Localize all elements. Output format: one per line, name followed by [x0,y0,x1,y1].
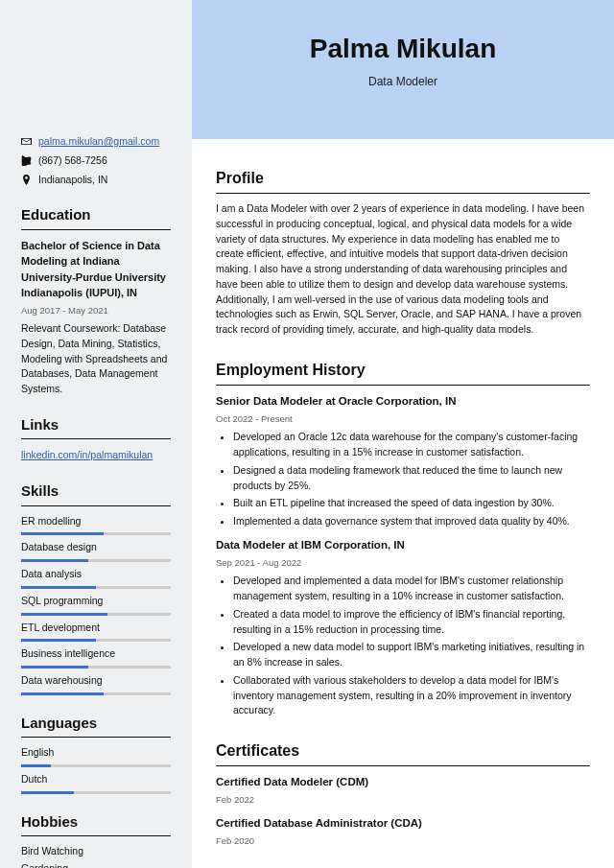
certificate-dates: Feb 2020 [216,834,590,848]
skill-bar-fill [21,532,104,535]
certificate-dates: Feb 2022 [216,793,590,807]
job-bullet: Created a data model to improve the effi… [233,607,590,638]
person-name: Palma Mikulan [216,29,590,69]
job-bullet: Collaborated with various stakeholders t… [233,673,590,718]
employment-heading: Employment History [216,359,590,382]
education-dates: Aug 2017 - May 2021 [21,304,171,317]
skill-bar [21,586,171,589]
job-bullet: Developed a new data model to support IB… [233,640,590,670]
contact-location: Indianapolis, IN [38,173,107,188]
profile-heading: Profile [216,167,590,190]
divider [216,385,590,386]
skill-bar-fill [21,586,96,589]
skill-item: SQL programming [21,594,171,616]
skill-bar-fill [21,666,88,669]
skill-name: Data analysis [21,567,171,586]
envelope-icon [21,136,32,147]
profile-text: I am a Data Modeler with over 2 years of… [216,201,590,338]
divider [21,438,171,439]
languages-heading: Languages [21,713,171,735]
skill-item: Data analysis [21,567,171,589]
job-dates: Sep 2021 - Aug 2022 [216,556,590,570]
job-bullet: Designed a data modeling framework that … [233,463,590,494]
hobbies-heading: Hobbies [21,811,171,833]
external-link[interactable]: linkedin.com/in/palmamikulan [21,449,153,460]
skill-name: SQL programming [21,594,171,613]
skill-bar-fill [21,764,51,767]
contact-phone-row: (867) 568-7256 [21,153,171,169]
skill-bar [21,559,171,562]
skill-bar [21,639,171,642]
links-heading: Links [21,414,171,436]
contact-location-row: Indianapolis, IN [21,173,171,188]
hobby-item: Gardening [21,861,171,868]
divider [216,765,590,766]
divider [21,505,171,506]
job-bullet: Built an ETL pipeline that increased the… [233,496,590,511]
divider [21,835,171,836]
certificate-title: Certified Database Administrator (CDA) [216,815,590,832]
skill-bar-fill [21,639,96,642]
phone-icon [21,155,32,166]
job-title: Data Modeler at IBM Corporation, IN [216,537,590,553]
contact-email[interactable]: palma.mikulan@gmail.com [38,134,159,150]
main-content: Palma Mikulan Data Modeler Profile I am … [192,0,614,868]
skill-bar [21,764,171,767]
skill-name: English [21,745,171,764]
divider [216,193,590,194]
skill-item: ER modelling [21,514,171,536]
job-bullet: Developed and implemented a data model f… [233,574,590,604]
skill-name: Business intelligence [21,646,171,666]
sidebar: palma.mikulan@gmail.com (867) 568-7256 I… [0,0,192,868]
divider [21,737,171,738]
job-bullets: Developed and implemented a data model f… [233,574,590,718]
skill-name: Dutch [21,772,171,791]
skill-name: Database design [21,540,171,559]
skill-bar [21,791,171,794]
skill-name: Data warehousing [21,673,171,692]
job-dates: Oct 2022 - Present [216,412,590,426]
job-bullet: Implemented a data governance system tha… [233,514,590,529]
header-block: Palma Mikulan Data Modeler [216,29,590,90]
skill-name: ER modelling [21,514,171,533]
skill-item: English [21,745,171,767]
skill-bar-fill [21,692,104,695]
skill-item: Business intelligence [21,646,171,669]
certificate-title: Certified Data Modeler (CDM) [216,774,590,790]
job-bullet: Developed an Oracle 12c data warehouse f… [233,430,590,460]
skills-heading: Skills [21,481,171,503]
education-heading: Education [21,204,171,226]
certificates-heading: Certificates [216,739,590,762]
skill-item: Dutch [21,772,171,794]
skill-bar [21,666,171,669]
person-title: Data Modeler [216,73,590,90]
contact-list: palma.mikulan@gmail.com (867) 568-7256 I… [21,134,171,187]
skill-bar [21,532,171,535]
job-title: Senior Data Modeler at Oracle Corporatio… [216,393,590,410]
skill-item: Data warehousing [21,673,171,695]
job-bullets: Developed an Oracle 12c data warehouse f… [233,430,590,529]
skill-bar-fill [21,613,107,616]
hobby-item: Bird Watching [21,844,171,859]
skill-name: ETL development [21,621,171,640]
contact-email-row: palma.mikulan@gmail.com [21,134,171,150]
skill-bar [21,692,171,695]
divider [21,229,171,230]
skill-item: Database design [21,540,171,562]
skill-bar [21,613,171,616]
education-coursework: Relevant Coursework: Database Design, Da… [21,321,171,397]
location-icon [21,175,32,185]
skill-bar-fill [21,559,88,562]
education-degree: Bachelor of Science in Data Modeling at … [21,238,171,301]
skill-bar-fill [21,791,74,794]
contact-phone: (867) 568-7256 [38,153,107,169]
skill-item: ETL development [21,621,171,643]
